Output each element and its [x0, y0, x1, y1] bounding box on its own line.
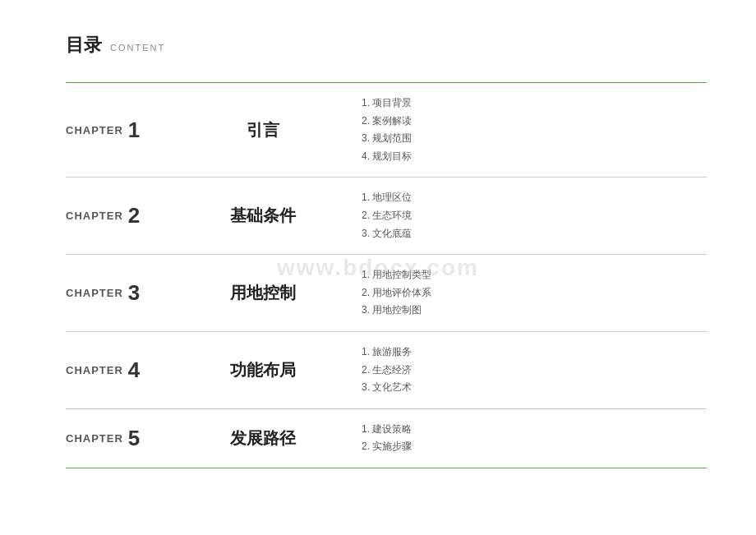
chapter-row-3: CHAPTER3用地控制1. 用地控制类型2. 用地评价体系3. 用地控制图	[66, 254, 707, 331]
chapter-item: 1. 地理区位	[362, 189, 707, 207]
chapter-item: 3. 文化艺术	[362, 379, 707, 397]
chapter-number-4: 4	[128, 357, 140, 383]
chapter-number-2: 2	[128, 203, 140, 228]
chapter-word-4: CHAPTER	[66, 364, 123, 376]
chapter-label-3: CHAPTER3	[66, 280, 197, 306]
header-title-en: CONTENT	[110, 43, 165, 53]
chapter-word-5: CHAPTER	[66, 432, 123, 445]
chapter-items-5: 1. 建设策略2. 实施步骤	[329, 421, 707, 456]
chapter-item: 1. 旅游服务	[362, 344, 707, 362]
chapter-title-5: 发展路径	[197, 427, 329, 450]
chapter-number-1: 1	[128, 118, 140, 143]
chapter-word-1: CHAPTER	[66, 124, 123, 136]
chapter-item: 2. 案例解读	[362, 113, 707, 131]
content-table: CHAPTER1引言1. 项目背景2. 案例解读3. 规划范围4. 规划目标CH…	[66, 82, 707, 468]
chapter-row-5: CHAPTER5发展路径1. 建设策略2. 实施步骤	[66, 408, 707, 468]
page-header: 目录 CONTENT	[66, 33, 707, 58]
chapter-row-4: CHAPTER4功能布局1. 旅游服务2. 生态经济3. 文化艺术	[66, 331, 707, 408]
chapter-title-3: 用地控制	[197, 282, 329, 304]
chapter-item: 2. 实施步骤	[362, 438, 707, 456]
chapter-title-2: 基础条件	[197, 205, 329, 227]
chapter-item: 3. 文化底蕴	[362, 225, 707, 243]
chapter-row-2: CHAPTER2基础条件1. 地理区位2. 生态环境3. 文化底蕴	[66, 177, 707, 254]
chapter-items-4: 1. 旅游服务2. 生态经济3. 文化艺术	[329, 344, 707, 397]
chapter-word-2: CHAPTER	[66, 210, 123, 222]
chapter-item: 2. 生态环境	[362, 207, 707, 225]
page-container: 目录 CONTENT CHAPTER1引言1. 项目背景2. 案例解读3. 规划…	[0, 0, 756, 535]
chapter-label-1: CHAPTER1	[66, 118, 197, 143]
chapter-number-5: 5	[128, 426, 140, 451]
chapter-item: 2. 用地评价体系	[362, 284, 707, 302]
chapter-number-3: 3	[128, 280, 140, 306]
chapter-items-3: 1. 用地控制类型2. 用地评价体系3. 用地控制图	[329, 266, 707, 320]
chapter-item: 2. 生态经济	[362, 362, 707, 380]
chapter-label-4: CHAPTER4	[66, 357, 197, 383]
chapter-items-2: 1. 地理区位2. 生态环境3. 文化底蕴	[329, 189, 707, 242]
chapter-row-1: CHAPTER1引言1. 项目背景2. 案例解读3. 规划范围4. 规划目标	[66, 82, 707, 177]
chapter-item: 4. 规划目标	[362, 148, 707, 166]
chapter-label-5: CHAPTER5	[66, 426, 197, 451]
chapter-title-4: 功能布局	[197, 359, 329, 381]
chapter-word-3: CHAPTER	[66, 287, 123, 299]
chapter-item: 3. 规划范围	[362, 130, 707, 148]
chapter-items-1: 1. 项目背景2. 案例解读3. 规划范围4. 规划目标	[329, 95, 707, 165]
header-title-cn: 目录	[66, 33, 102, 58]
chapter-label-2: CHAPTER2	[66, 203, 197, 228]
chapter-title-1: 引言	[197, 119, 329, 141]
chapter-item: 3. 用地控制图	[362, 302, 707, 320]
chapter-item: 1. 项目背景	[362, 95, 707, 113]
chapter-item: 1. 建设策略	[362, 421, 707, 439]
chapter-item: 1. 用地控制类型	[362, 266, 707, 284]
